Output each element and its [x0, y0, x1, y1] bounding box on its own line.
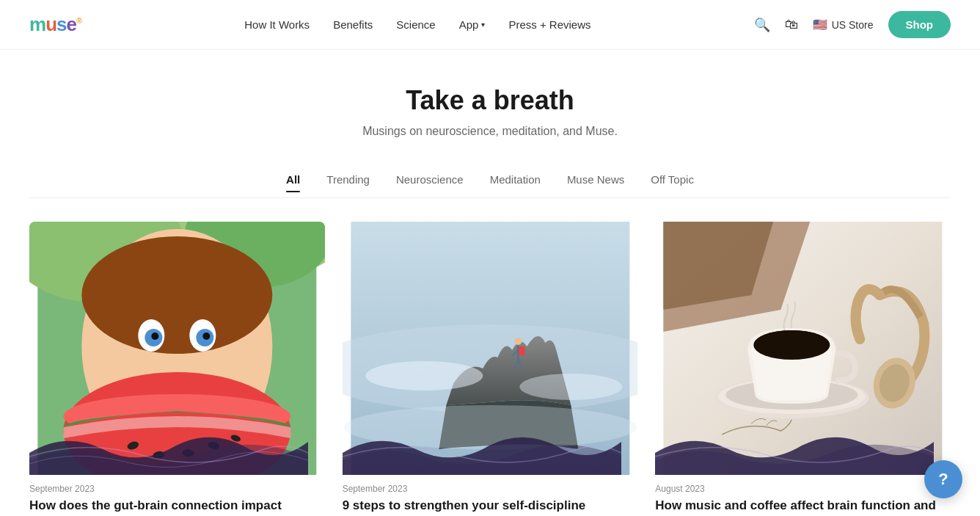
coffee-image [655, 222, 951, 475]
tab-muse-news[interactable]: Muse News [567, 173, 624, 192]
article-card[interactable]: September 2023 How does the gut-brain co… [29, 222, 325, 516]
chevron-down-icon: ▾ [481, 21, 485, 29]
card-date: September 2023 [343, 475, 638, 497]
svg-point-10 [151, 333, 158, 340]
nav-links: How It Works Benefits Science App ▾ Pres… [244, 18, 590, 31]
tab-neuroscience[interactable]: Neuroscience [396, 173, 464, 192]
svg-point-30 [343, 405, 637, 449]
card-date: August 2023 [655, 475, 951, 497]
hero-subtitle: Musings on neuroscience, meditation, and… [15, 125, 965, 138]
search-icon[interactable]: 🔍 [754, 17, 770, 33]
nav-benefits[interactable]: Benefits [333, 18, 373, 31]
articles-grid: September 2023 How does the gut-brain co… [0, 198, 980, 516]
hero-title: Take a breath [15, 85, 965, 116]
shop-button[interactable]: Shop [888, 11, 951, 38]
card-date: September 2023 [29, 475, 325, 497]
svg-point-5 [81, 236, 272, 354]
flag-icon: 🇺🇸 [813, 18, 827, 32]
article-card[interactable]: September 2023 9 steps to strengthen you… [343, 222, 638, 516]
card-image-wrap [343, 222, 638, 475]
question-mark-icon: ? [938, 470, 948, 489]
store-selector[interactable]: 🇺🇸 US Store [813, 18, 874, 32]
tab-off-topic[interactable]: Off Topic [651, 173, 694, 192]
nav-science[interactable]: Science [396, 18, 435, 31]
category-tabs: All Trending Neuroscience Meditation Mus… [29, 161, 951, 198]
hero-section: Take a breath Musings on neuroscience, m… [0, 50, 980, 161]
mountain-image [343, 222, 638, 475]
nav-app[interactable]: App ▾ [459, 18, 486, 31]
logo[interactable]: muse® [29, 13, 81, 36]
nav-press-reviews[interactable]: Press + Reviews [508, 18, 590, 31]
watermelon-image [29, 222, 325, 475]
svg-point-36 [756, 330, 829, 357]
tab-trending[interactable]: Trending [326, 173, 370, 192]
nav-how-it-works[interactable]: How It Works [244, 18, 310, 31]
navigation: muse® How It Works Benefits Science App … [0, 0, 980, 50]
card-title: 9 steps to strengthen your self-discipli… [343, 497, 638, 515]
tab-all[interactable]: All [286, 173, 300, 192]
svg-point-11 [202, 333, 210, 340]
nav-right: 🔍 🛍 🇺🇸 US Store Shop [754, 11, 951, 38]
svg-rect-27 [519, 346, 524, 355]
svg-point-21 [514, 338, 522, 345]
card-title: How music and coffee affect brain functi… [655, 497, 951, 516]
card-title: How does the gut-brain connection impact… [29, 497, 325, 516]
card-image-wrap [655, 222, 951, 475]
svg-point-29 [519, 374, 622, 400]
article-card[interactable]: August 2023 How music and coffee affect … [655, 222, 951, 516]
store-label: US Store [832, 19, 874, 31]
svg-point-28 [365, 361, 483, 390]
help-button[interactable]: ? [924, 460, 962, 498]
tab-meditation[interactable]: Meditation [490, 173, 541, 192]
cart-icon[interactable]: 🛍 [785, 17, 798, 32]
card-image-wrap [29, 222, 325, 475]
